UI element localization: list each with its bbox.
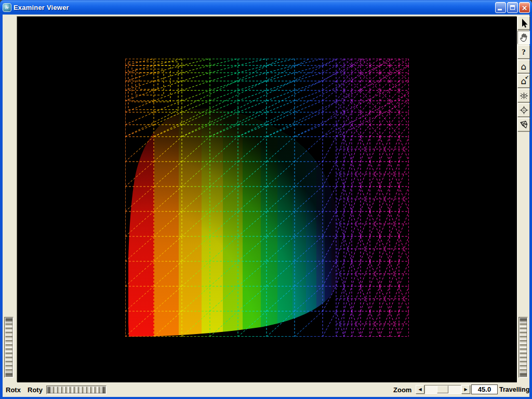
thumbwheel-ribs — [47, 387, 105, 393]
zoom-label: Zoom — [393, 386, 411, 394]
camera-type-button[interactable] — [517, 118, 530, 131]
close-icon: × — [522, 4, 528, 11]
examiner-viewer-window: iv Examiner Viewer × ? — [0, 0, 532, 399]
roty-label: Roty — [28, 386, 43, 394]
home-view-button[interactable]: ⌂ — [517, 60, 530, 73]
thumbwheel-ribs — [5, 318, 12, 377]
camera-frustum-icon — [519, 119, 529, 130]
seek-crosshair-icon — [519, 105, 529, 115]
right-arrow-icon: ▶ — [464, 388, 467, 392]
window-controls: × — [495, 2, 530, 13]
set-home-view-button[interactable]: ⌂ ↙ — [517, 74, 530, 88]
titlebar[interactable]: iv Examiner Viewer × — [0, 0, 532, 15]
zoom-slider-right-arrow[interactable]: ▶ — [461, 385, 470, 394]
thumbwheel-ribs — [520, 318, 527, 377]
close-button[interactable]: × — [519, 2, 530, 13]
hand-icon — [519, 32, 529, 43]
view-all-eye-icon — [519, 90, 529, 101]
zoom-slider-track[interactable] — [424, 385, 461, 394]
zoom-slider-thumb[interactable] — [437, 385, 448, 393]
pan-hand-tool-button[interactable] — [517, 31, 530, 44]
question-mark-icon: ? — [522, 48, 526, 57]
app-icon: iv — [3, 3, 11, 12]
rotx-label: Rotx — [6, 386, 21, 394]
pointer-tool-button[interactable] — [517, 16, 530, 30]
set-home-arrow-icon: ↙ — [525, 75, 529, 80]
view-all-button[interactable] — [517, 89, 530, 102]
viewer-toolbar: ? ⌂ ⌂ ↙ — [517, 16, 530, 131]
bottom-decoration-bar: Rotx Roty Zoom ◀ ▶ 45.0 Travelling — [3, 382, 529, 397]
viewport-3d-scene[interactable] — [17, 17, 517, 382]
right-rotx-thumbwheel[interactable] — [518, 317, 528, 378]
zoom-slider-left-arrow[interactable]: ◀ — [416, 385, 424, 394]
zoom-value-field[interactable]: 45.0 — [471, 384, 498, 394]
home-icon: ⌂ — [521, 62, 527, 71]
seek-button[interactable] — [517, 103, 530, 117]
client-area: ? ⌂ ⌂ ↙ — [3, 15, 529, 397]
arrow-cursor-icon — [519, 18, 529, 28]
help-button[interactable]: ? — [517, 45, 530, 59]
maximize-icon — [510, 5, 515, 10]
zoom-value: 45.0 — [478, 385, 491, 393]
minimize-button[interactable] — [495, 2, 506, 13]
camera-mode-label: Travelling — [499, 386, 529, 393]
app-icon-text: iv — [5, 5, 9, 10]
left-arrow-icon: ◀ — [418, 388, 421, 392]
window-title: Examiner Viewer — [14, 4, 69, 11]
minimize-icon — [498, 9, 502, 10]
roty-thumbwheel[interactable] — [46, 385, 107, 394]
left-dolly-thumbwheel[interactable] — [4, 317, 14, 378]
maximize-button[interactable] — [507, 2, 518, 13]
